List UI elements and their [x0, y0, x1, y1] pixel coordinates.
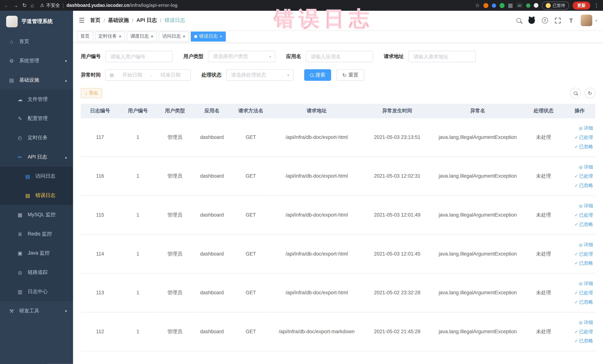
- user-type-select[interactable]: 请选择用户类型 ▾: [208, 51, 275, 62]
- col-user-id: 用户编号: [119, 104, 156, 118]
- detail-link[interactable]: ◎详细: [565, 240, 593, 249]
- search-button[interactable]: 搜索: [304, 69, 331, 81]
- breadcrumb-separator: /: [160, 17, 162, 23]
- tab-home[interactable]: 首页: [77, 31, 93, 41]
- ignored-link[interactable]: ✓已忽略: [565, 297, 593, 306]
- address-bar[interactable]: ⚠ 不安全 dashboard.yudao.iocoder.cn/infra/l…: [40, 2, 471, 9]
- ignored-link[interactable]: ✓已忽略: [565, 220, 593, 229]
- app-name-label: 应用名: [286, 53, 301, 60]
- extensions-grid-icon[interactable]: ▦: [508, 3, 513, 8]
- sidebar-item-redis[interactable]: ≣ Redis 监控: [0, 224, 73, 244]
- home-icon[interactable]: ⌂: [31, 3, 34, 8]
- breadcrumb-item[interactable]: 基础设施: [108, 17, 129, 24]
- end-date-placeholder: 结束日期: [155, 71, 187, 78]
- back-icon[interactable]: ←: [4, 3, 9, 8]
- ignored-link[interactable]: ✓已忽略: [565, 142, 593, 151]
- close-icon[interactable]: ×: [119, 34, 122, 39]
- sidebar-item-label: 文件管理: [28, 96, 67, 103]
- sidebar-item-mysql[interactable]: ▦ MySQL 监控: [0, 205, 73, 224]
- ignored-link[interactable]: ✓已忽略: [565, 258, 593, 268]
- sidebar-item-infra[interactable]: ▤ 基础设施 ▴: [0, 70, 73, 90]
- sidebar-item-java[interactable]: ▣ Java 监控: [0, 244, 73, 263]
- detail-link[interactable]: ◎详细: [565, 162, 593, 171]
- close-icon[interactable]: ×: [183, 34, 185, 39]
- request-url-input[interactable]: [408, 51, 476, 62]
- processed-link[interactable]: ✓已处理: [565, 327, 593, 336]
- eye-icon: ◎: [17, 270, 23, 275]
- refresh-icon: ↻: [588, 90, 592, 96]
- tab-job[interactable]: 定时任务 ×: [95, 31, 125, 41]
- export-button[interactable]: ↓ 导出: [81, 88, 102, 98]
- extension-icon-4[interactable]: [526, 3, 530, 8]
- extension-icon-1[interactable]: [483, 3, 488, 8]
- sidebar-item-config[interactable]: ✎ 配置管理: [0, 109, 73, 128]
- search-icon[interactable]: [515, 17, 522, 24]
- github-icon[interactable]: [528, 17, 535, 24]
- sidebar-item-system[interactable]: ⚙ 系统管理 ▾: [0, 51, 73, 70]
- sidebar-item-devtools[interactable]: ⚒ 研发工具 ▾: [0, 301, 73, 320]
- chevron-down-icon[interactable]: ▾: [595, 18, 597, 23]
- paused-chip[interactable]: 已暂停: [542, 1, 569, 10]
- sidebar-item-label: 访问日志: [35, 173, 67, 179]
- processed-link[interactable]: ✓已处理: [565, 249, 593, 258]
- sidebar-item-log-center[interactable]: ▥ 日志中心: [0, 282, 73, 301]
- col-log-id: 日志编号: [81, 104, 119, 118]
- reload-icon[interactable]: ↻: [22, 3, 27, 8]
- breadcrumb-item[interactable]: 首页: [90, 17, 101, 24]
- app-name-input[interactable]: [306, 51, 373, 62]
- date-range-picker[interactable]: ▦ 开始日期 - 结束日期: [105, 69, 191, 81]
- security-chip[interactable]: ⚠ 不安全: [40, 2, 60, 9]
- sidebar-item-api-log[interactable]: ✏ API 日志 ▴: [0, 147, 73, 167]
- logo[interactable]: 芋道管理系统: [0, 11, 73, 32]
- chevron-down-icon: ▾: [287, 73, 289, 77]
- download-icon: ↓: [85, 91, 87, 96]
- ignored-link[interactable]: ✓已忽略: [565, 181, 593, 190]
- update-button[interactable]: 更新: [573, 1, 590, 10]
- breadcrumb-item[interactable]: API 日志: [136, 17, 157, 24]
- sidebar-item-access-log[interactable]: ▤ 访问日志: [0, 166, 73, 186]
- processed-link[interactable]: ✓已处理: [565, 288, 593, 297]
- reset-button[interactable]: ↻ 重置: [336, 69, 364, 81]
- check-icon: ✓: [574, 327, 578, 336]
- ignored-link[interactable]: ✓已忽略: [565, 336, 593, 345]
- eye-icon: ◎: [579, 162, 583, 171]
- close-icon[interactable]: ×: [220, 34, 222, 39]
- extension-icon-5[interactable]: [534, 3, 538, 8]
- sidebar-item-error-log[interactable]: ▤ 错误日志: [0, 186, 73, 205]
- sidebar-item-job[interactable]: ◴ 定时任务: [0, 128, 73, 147]
- user-id-input[interactable]: [105, 51, 173, 62]
- table-toolbar: ↓ 导出 ↻: [81, 88, 595, 98]
- font-size-icon[interactable]: T: [568, 17, 574, 24]
- detail-link[interactable]: ◎详细: [565, 123, 593, 133]
- forward-icon[interactable]: →: [13, 3, 19, 8]
- extension-on-badge[interactable]: on: [516, 3, 522, 8]
- extension-icon-3[interactable]: [499, 3, 504, 8]
- detail-link[interactable]: ◎详细: [565, 318, 593, 327]
- paused-label: 已暂停: [553, 2, 565, 8]
- calendar-icon: ▦: [110, 72, 114, 78]
- refresh-button[interactable]: ↻: [584, 88, 595, 98]
- close-icon[interactable]: ×: [151, 34, 153, 39]
- help-icon[interactable]: ?: [542, 17, 548, 24]
- sidebar-item-trace[interactable]: ◎ 链路追踪: [0, 263, 73, 282]
- processed-link[interactable]: ✓已处理: [565, 171, 593, 181]
- hamburger-icon[interactable]: ☰: [79, 16, 85, 24]
- col-actions: 操作: [564, 104, 595, 118]
- detail-link[interactable]: ◎详细: [565, 201, 593, 210]
- tab-job-log[interactable]: 调度日志 ×: [127, 31, 157, 41]
- tab-access-log[interactable]: 访问日志 ×: [159, 31, 189, 41]
- bookmark-star-icon[interactable]: ☆: [475, 3, 480, 8]
- toggle-search-button[interactable]: [570, 88, 581, 98]
- browser-menu-icon[interactable]: ⋮: [594, 3, 599, 8]
- detail-link[interactable]: ◎详细: [565, 279, 593, 288]
- tab-error-log[interactable]: 错误日志 ×: [191, 31, 226, 41]
- sidebar-item-file[interactable]: ☁ 文件管理: [0, 90, 73, 109]
- exception-time-label: 异常时间: [81, 71, 101, 78]
- process-status-select[interactable]: 请选择处理状态 ▾: [226, 69, 293, 81]
- extension-icon-2[interactable]: [492, 3, 496, 8]
- processed-link[interactable]: ✓已处理: [565, 210, 593, 220]
- sidebar-item-home[interactable]: ⌂ 首页: [0, 32, 73, 51]
- processed-link[interactable]: ✓已处理: [565, 133, 593, 142]
- fullscreen-icon[interactable]: [555, 17, 561, 24]
- avatar[interactable]: [581, 15, 592, 26]
